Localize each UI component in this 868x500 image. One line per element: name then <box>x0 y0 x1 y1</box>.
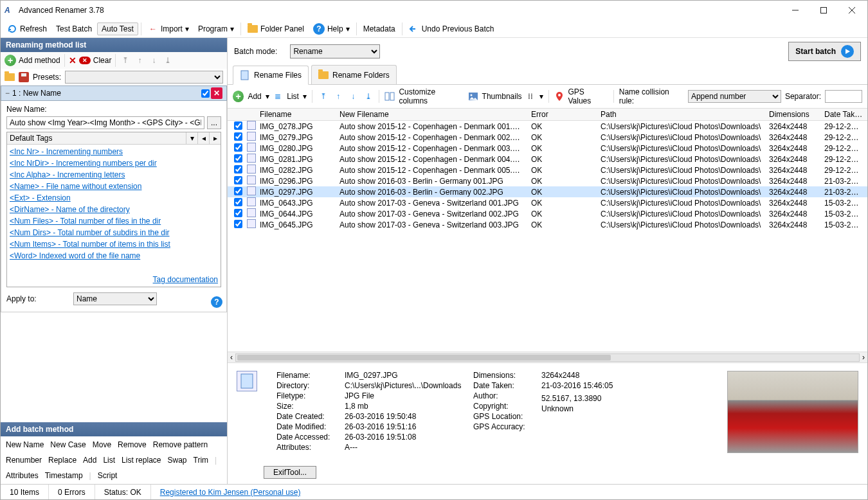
move-top-button[interactable]: ⤒ <box>120 55 131 66</box>
tag-link[interactable]: <DirName> - Name of the directory <box>10 204 218 215</box>
tag-link[interactable]: <Inc Nr> - Incrementing numbers <box>10 146 218 157</box>
minimize-button[interactable] <box>781 1 809 19</box>
batch-method-list[interactable]: List <box>103 456 115 465</box>
table-row[interactable]: IMG_0644.JPGAuto show 2017-03 - Geneva -… <box>228 208 867 219</box>
separator-input[interactable] <box>825 90 862 103</box>
table-row[interactable]: IMG_0296.JPGAuto show 2016-03 - Berlin -… <box>228 175 867 186</box>
method-title-bar[interactable]: − 1 : New Name ✕ <box>1 85 227 101</box>
list-button[interactable]: List <box>287 92 299 101</box>
batch-method-new-case[interactable]: New Case <box>50 440 86 449</box>
thumbnails-button[interactable]: Thumbnails <box>482 92 522 101</box>
table-row[interactable]: IMG_0645.JPGAuto show 2017-03 - Geneva -… <box>228 219 867 230</box>
row-checkbox[interactable] <box>234 176 242 184</box>
method-help-icon[interactable]: ? <box>211 296 222 308</box>
clear-button[interactable]: Clear <box>93 56 112 65</box>
close-button[interactable] <box>838 1 866 19</box>
batch-method-move[interactable]: Move <box>93 440 111 449</box>
tag-link[interactable]: <Inc NrDir> - Incrementing numbers per d… <box>10 157 218 169</box>
exiftool-button[interactable]: ExifTool... <box>264 466 316 479</box>
tag-link[interactable]: <Ext> - Extension <box>10 192 218 204</box>
tab-rename-folders[interactable]: Rename Folders <box>311 65 397 84</box>
folder-panel-button[interactable]: Folder Panel <box>244 23 308 35</box>
table-row[interactable]: IMG_0280.JPGAuto show 2015-12 - Copenhag… <box>228 143 867 154</box>
tags-next-button[interactable]: ▸ <box>209 132 221 144</box>
move-bottom-button[interactable]: ⤓ <box>162 55 174 66</box>
settings-icon[interactable]: ⁞⁞ <box>526 91 536 102</box>
row-checkbox[interactable] <box>234 209 242 217</box>
add-files-button[interactable]: Add <box>248 92 261 101</box>
batch-method-new-name[interactable]: New Name <box>6 440 44 449</box>
col-new-filename[interactable]: New Filename <box>336 109 527 120</box>
tag-link[interactable]: <Name> - File name without extension <box>10 181 218 192</box>
col-date-taken[interactable]: Date Taken <box>820 109 867 120</box>
move-down-button[interactable]: ↓ <box>148 55 159 66</box>
row-checkbox[interactable] <box>234 198 242 206</box>
tag-link[interactable]: <Word> Indexed word of the file name <box>10 250 218 262</box>
collision-select[interactable]: Append number <box>688 90 781 103</box>
table-row[interactable]: IMG_0281.JPGAuto show 2015-12 - Copenhag… <box>228 154 867 165</box>
collapse-icon[interactable]: − <box>5 89 10 98</box>
row-checkbox[interactable] <box>234 154 242 163</box>
program-button[interactable]: Program▾ <box>194 23 238 35</box>
move-bottom-button[interactable]: ⤓ <box>363 91 374 102</box>
col-filename[interactable]: Filename <box>256 109 336 120</box>
undo-button[interactable]: Undo Previous Batch <box>405 22 498 35</box>
delete-icon[interactable]: ✕ <box>69 55 77 66</box>
tag-link[interactable]: <Num Items> - Total number of items in t… <box>10 238 218 250</box>
col-error[interactable]: Error <box>527 109 597 120</box>
table-row[interactable]: IMG_0278.JPGAuto show 2015-12 - Copenhag… <box>228 121 867 132</box>
batch-method-remove[interactable]: Remove <box>118 440 147 449</box>
import-button[interactable]: ←Import▾ <box>144 22 193 35</box>
customize-columns-button[interactable]: Customize columns <box>399 87 464 105</box>
help-button[interactable]: ?Help▾ <box>309 22 354 36</box>
row-checkbox[interactable] <box>234 143 242 152</box>
move-up-button[interactable]: ↑ <box>134 55 145 66</box>
move-down-button[interactable]: ↓ <box>348 91 359 102</box>
apply-to-select[interactable]: Name <box>73 292 157 305</box>
tag-link[interactable]: <Num Dirs> - Total number of subdirs in … <box>10 227 218 238</box>
registration-link[interactable]: Registered to Kim Jensen (Personal use) <box>151 488 310 497</box>
metadata-button[interactable]: Metadata <box>359 23 399 35</box>
gps-values-button[interactable]: GPS Values <box>568 87 608 105</box>
col-path[interactable]: Path <box>597 109 765 120</box>
auto-test-button[interactable]: Auto Test <box>97 22 138 35</box>
method-close-button[interactable]: ✕ <box>211 87 222 99</box>
tags-prev-button[interactable]: ◂ <box>197 132 209 144</box>
row-checkbox[interactable] <box>234 220 242 228</box>
row-checkbox[interactable] <box>234 165 242 174</box>
new-name-input[interactable] <box>6 116 204 129</box>
batch-method-timestamp[interactable]: Timestamp <box>45 471 83 480</box>
table-row[interactable]: IMG_0297.JPGAuto show 2016-03 - Berlin -… <box>228 186 867 197</box>
test-batch-button[interactable]: Test Batch <box>52 23 96 35</box>
tab-rename-files[interactable]: Rename Files <box>233 66 309 85</box>
horizontal-scrollbar[interactable]: ‹› <box>228 352 867 362</box>
batch-method-replace[interactable]: Replace <box>48 456 77 465</box>
batch-method-trim[interactable]: Trim <box>194 456 209 465</box>
refresh-button[interactable]: Refresh <box>3 22 51 35</box>
row-checkbox[interactable] <box>234 187 242 195</box>
open-preset-icon[interactable] <box>5 73 15 81</box>
add-method-button[interactable]: Add method <box>19 56 60 65</box>
tag-documentation-link[interactable]: Tag documentation <box>153 275 218 284</box>
tag-link[interactable]: <Num Files> - Total number of files in t… <box>10 215 218 227</box>
row-checkbox[interactable] <box>234 121 242 130</box>
maximize-button[interactable] <box>809 1 838 19</box>
batch-method-attributes[interactable]: Attributes <box>6 471 39 480</box>
save-preset-icon[interactable] <box>19 72 29 82</box>
tag-link[interactable]: <Inc Alpha> - Incrementing letters <box>10 169 218 181</box>
move-top-button[interactable]: ⤒ <box>318 91 329 102</box>
default-tags-dropdown[interactable]: Default Tags <box>7 132 186 144</box>
chevron-down-icon[interactable]: ▾ <box>186 132 197 144</box>
batch-method-remove-pattern[interactable]: Remove pattern <box>153 440 208 449</box>
table-row[interactable]: IMG_0282.JPGAuto show 2015-12 - Copenhag… <box>228 165 867 175</box>
batch-method-renumber[interactable]: Renumber <box>6 456 42 465</box>
batch-mode-select[interactable]: Rename <box>290 44 380 58</box>
batch-method-add[interactable]: Add <box>83 456 96 465</box>
col-dimensions[interactable]: Dimensions <box>765 109 820 120</box>
batch-method-swap[interactable]: Swap <box>167 456 186 465</box>
batch-method-script[interactable]: Script <box>98 471 118 480</box>
table-row[interactable]: IMG_0279.JPGAuto show 2015-12 - Copenhag… <box>228 132 867 143</box>
batch-method-list-replace[interactable]: List replace <box>122 456 161 465</box>
move-up-button[interactable]: ↑ <box>332 91 343 102</box>
row-checkbox[interactable] <box>234 132 242 141</box>
